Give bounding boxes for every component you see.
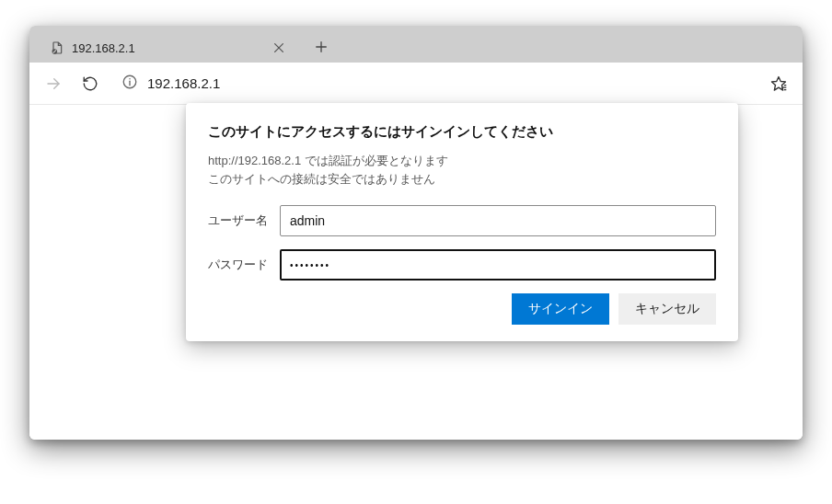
dialog-subtitle: http://192.168.2.1 では認証が必要となります このサイトへの接… bbox=[208, 152, 716, 189]
browser-tab[interactable]: 192.168.2.1 bbox=[39, 33, 296, 63]
cancel-button[interactable]: キャンセル bbox=[618, 293, 716, 325]
forward-button[interactable] bbox=[37, 67, 70, 100]
username-input[interactable] bbox=[280, 205, 716, 236]
password-label: パスワード bbox=[208, 257, 280, 273]
dialog-sub-line1: http://192.168.2.1 では認証が必要となります bbox=[208, 152, 716, 170]
svg-marker-10 bbox=[772, 76, 786, 90]
page-blocked-icon bbox=[50, 40, 64, 55]
username-label: ユーザー名 bbox=[208, 212, 280, 229]
browser-window: 192.168.2.1 bbox=[29, 26, 803, 440]
address-bar[interactable]: 192.168.2.1 bbox=[114, 68, 755, 99]
svg-point-9 bbox=[129, 78, 131, 80]
toolbar: 192.168.2.1 bbox=[29, 63, 803, 105]
password-input[interactable] bbox=[280, 249, 716, 281]
favorites-button[interactable] bbox=[762, 67, 795, 100]
dialog-title: このサイトにアクセスするにはサインインしてください bbox=[208, 123, 716, 141]
close-icon[interactable] bbox=[272, 41, 285, 54]
tab-title: 192.168.2.1 bbox=[72, 41, 135, 55]
refresh-button[interactable] bbox=[74, 67, 107, 100]
new-tab-button[interactable] bbox=[306, 31, 337, 63]
tab-strip: 192.168.2.1 bbox=[29, 26, 803, 63]
signin-button[interactable]: サインイン bbox=[512, 293, 609, 325]
dialog-sub-line2: このサイトへの接続は安全ではありません bbox=[208, 170, 716, 189]
auth-dialog: このサイトにアクセスするにはサインインしてください http://192.168… bbox=[186, 103, 738, 341]
page-content: このサイトにアクセスするにはサインインしてください http://192.168… bbox=[29, 105, 803, 440]
site-info-icon[interactable] bbox=[121, 74, 138, 93]
address-bar-url: 192.168.2.1 bbox=[147, 75, 220, 91]
